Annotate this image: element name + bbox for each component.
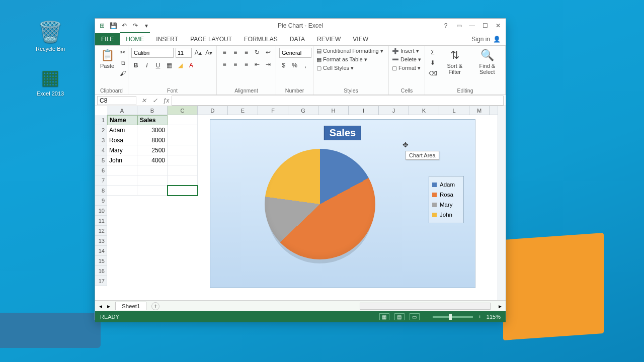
row-header[interactable]: 16 bbox=[95, 266, 107, 276]
border-icon[interactable]: ▦ bbox=[165, 61, 174, 70]
plot-area[interactable] bbox=[265, 149, 380, 264]
legend-item[interactable]: John bbox=[432, 210, 460, 220]
shrink-font-icon[interactable]: A▾ bbox=[205, 48, 214, 57]
row-header[interactable]: 9 bbox=[95, 196, 107, 206]
fill-icon[interactable]: ⬇ bbox=[428, 58, 437, 67]
cell[interactable] bbox=[168, 155, 198, 165]
tab-home[interactable]: HOME bbox=[120, 32, 150, 45]
wrap-text-icon[interactable]: ↩ bbox=[264, 48, 273, 57]
recycle-bin-shortcut[interactable]: 🗑️ Recycle Bin bbox=[30, 20, 70, 52]
cell[interactable] bbox=[168, 125, 198, 135]
cell-A4[interactable]: Mary bbox=[107, 145, 137, 155]
align-right-icon[interactable]: ≡ bbox=[242, 60, 251, 69]
row-header[interactable]: 3 bbox=[95, 135, 107, 145]
increase-indent-icon[interactable]: ⇥ bbox=[264, 60, 273, 69]
row-header[interactable]: 4 bbox=[95, 145, 107, 155]
row-header[interactable]: 13 bbox=[95, 236, 107, 246]
minimize-button[interactable]: — bbox=[467, 22, 476, 29]
cell-B1[interactable]: Sales bbox=[137, 115, 168, 125]
enter-formula-icon[interactable]: ✓ bbox=[149, 96, 160, 106]
row-header[interactable]: 15 bbox=[95, 256, 107, 266]
font-color-icon[interactable]: A bbox=[187, 61, 196, 70]
cell-C8-selected[interactable] bbox=[168, 186, 198, 196]
cell[interactable] bbox=[168, 145, 198, 155]
font-size-input[interactable] bbox=[176, 48, 192, 58]
italic-button[interactable]: I bbox=[142, 61, 151, 70]
horizontal-scrollbar[interactable] bbox=[360, 303, 491, 310]
chart-title[interactable]: Sales bbox=[324, 126, 361, 140]
row-header[interactable]: 11 bbox=[95, 216, 107, 226]
qat-customize-icon[interactable]: ▾ bbox=[142, 22, 150, 30]
sheet-nav-next-icon[interactable]: ▸ bbox=[107, 303, 110, 310]
formula-input[interactable] bbox=[172, 96, 504, 106]
page-break-view-icon[interactable]: ▭ bbox=[410, 313, 420, 320]
cell-B2[interactable]: 3000 bbox=[137, 125, 168, 135]
insert-cells-button[interactable]: ➕ Insert ▾ bbox=[392, 48, 422, 54]
col-header[interactable]: B bbox=[137, 106, 168, 115]
redo-icon[interactable]: ↷ bbox=[131, 22, 139, 30]
zoom-in-button[interactable]: + bbox=[478, 314, 481, 320]
percent-icon[interactable]: % bbox=[290, 61, 299, 70]
decrease-indent-icon[interactable]: ⇤ bbox=[253, 60, 262, 69]
align-center-icon[interactable]: ≡ bbox=[231, 60, 240, 69]
tab-view[interactable]: VIEW bbox=[347, 33, 374, 45]
clear-icon[interactable]: ⌫ bbox=[428, 69, 437, 78]
bold-button[interactable]: B bbox=[131, 61, 140, 70]
cancel-formula-icon[interactable]: ✕ bbox=[138, 96, 149, 106]
cell-styles-button[interactable]: ▢ Cell Styles ▾ bbox=[316, 65, 385, 71]
tab-file[interactable]: FILE bbox=[95, 33, 120, 45]
cell[interactable] bbox=[168, 135, 198, 145]
col-header[interactable]: C bbox=[168, 106, 198, 115]
signin-link[interactable]: Sign in 👤 bbox=[466, 33, 506, 45]
row-header[interactable]: 6 bbox=[95, 165, 107, 175]
row-header[interactable]: 7 bbox=[95, 175, 107, 186]
col-header[interactable]: M bbox=[469, 106, 490, 115]
normal-view-icon[interactable]: ▦ bbox=[379, 313, 389, 320]
cell[interactable] bbox=[107, 165, 137, 175]
legend-item[interactable]: Adam bbox=[432, 179, 460, 190]
col-header[interactable]: F bbox=[258, 106, 288, 115]
tab-insert[interactable]: INSERT bbox=[150, 33, 184, 45]
cell-B3[interactable]: 8000 bbox=[137, 135, 168, 145]
legend-item[interactable]: Mary bbox=[432, 200, 460, 210]
sheet-nav-prev-icon[interactable]: ◂ bbox=[99, 303, 102, 310]
excel-shortcut[interactable]: ▦ Excel 2013 bbox=[30, 65, 70, 97]
cell[interactable] bbox=[137, 175, 168, 186]
format-as-table-button[interactable]: ▦ Format as Table ▾ bbox=[316, 56, 385, 63]
cell-A1[interactable]: Name bbox=[107, 115, 137, 125]
align-bottom-icon[interactable]: ≡ bbox=[242, 48, 251, 57]
format-cells-button[interactable]: ▢ Format ▾ bbox=[392, 65, 422, 71]
align-top-icon[interactable]: ≡ bbox=[220, 48, 229, 57]
pie-slices[interactable] bbox=[265, 149, 375, 259]
undo-icon[interactable]: ↶ bbox=[120, 22, 128, 30]
zoom-level[interactable]: 115% bbox=[487, 314, 501, 320]
cell[interactable] bbox=[107, 186, 137, 196]
align-middle-icon[interactable]: ≡ bbox=[231, 48, 240, 57]
cell[interactable] bbox=[168, 175, 198, 186]
find-select-button[interactable]: 🔍 Find & Select bbox=[472, 48, 502, 76]
maximize-button[interactable]: ☐ bbox=[480, 22, 490, 29]
cell[interactable] bbox=[107, 175, 137, 186]
font-name-input[interactable] bbox=[131, 48, 174, 58]
vertical-scrollbar[interactable] bbox=[498, 106, 506, 300]
name-box[interactable] bbox=[97, 96, 136, 105]
save-icon[interactable]: 💾 bbox=[109, 22, 117, 30]
underline-button[interactable]: U bbox=[153, 61, 163, 70]
number-format-select[interactable] bbox=[279, 48, 311, 58]
scroll-right-icon[interactable]: ▸ bbox=[499, 303, 502, 310]
currency-icon[interactable]: $ bbox=[279, 61, 288, 70]
col-header[interactable]: G bbox=[288, 106, 318, 115]
tab-data[interactable]: DATA bbox=[284, 33, 311, 45]
embedded-pie-chart[interactable]: Sales Adam Rosa Mary John ✥ Chart Area bbox=[210, 119, 475, 288]
col-header[interactable]: I bbox=[349, 106, 379, 115]
cell-B5[interactable]: 4000 bbox=[137, 155, 168, 165]
tab-page-layout[interactable]: PAGE LAYOUT bbox=[184, 33, 238, 45]
col-header[interactable]: A bbox=[107, 106, 137, 115]
delete-cells-button[interactable]: ➖ Delete ▾ bbox=[392, 56, 422, 63]
add-sheet-button[interactable]: + bbox=[151, 302, 159, 310]
col-header[interactable]: L bbox=[439, 106, 469, 115]
worksheet-area[interactable]: A B C D E F G H I J K L M 1 2 3 4 5 6 7 … bbox=[95, 106, 506, 300]
ribbon-collapse-icon[interactable]: ▭ bbox=[454, 22, 463, 29]
col-header[interactable]: H bbox=[318, 106, 349, 115]
col-header[interactable]: D bbox=[198, 106, 228, 115]
